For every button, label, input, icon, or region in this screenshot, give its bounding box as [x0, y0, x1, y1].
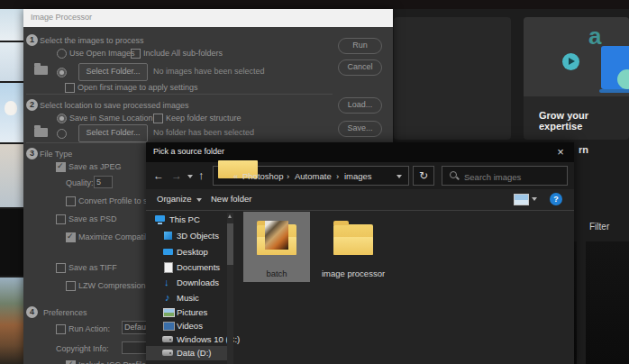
- sidebar-item-entertainment[interactable]: Entertainment (E: [146, 360, 229, 364]
- step2-title: Select location to save processed images: [40, 101, 189, 110]
- sidebar-item-windows-c[interactable]: Windows 10 (C:): [146, 332, 229, 347]
- breadcrumb-separator: ›: [336, 171, 339, 181]
- keep-folder-structure-label[interactable]: Keep folder structure: [166, 114, 242, 123]
- include-icc-label[interactable]: Include ICC Profile: [78, 360, 146, 364]
- downloads-icon: ↓: [164, 277, 169, 287]
- sidebar-item-3d-objects[interactable]: 3D Objects: [146, 229, 229, 243]
- close-icon[interactable]: ×: [552, 144, 569, 160]
- step4-title: Preferences: [43, 308, 87, 317]
- breadcrumb-prefix: «: [233, 171, 238, 181]
- new-folder-button[interactable]: New folder: [211, 194, 251, 204]
- save-same-location-label[interactable]: Save in Same Location: [69, 114, 153, 123]
- file-picker-dialog: Pick a source folder × ← → ↑ « Photoshop…: [146, 142, 574, 364]
- search-input[interactable]: [462, 167, 563, 187]
- cancel-button[interactable]: Cancel: [338, 59, 382, 76]
- sidebar-item-data-d-selected[interactable]: Data (D:): [146, 346, 229, 360]
- sidebar-item-music[interactable]: ♪ Music: [146, 291, 229, 305]
- select-dest-folder-button[interactable]: Select Folder...: [78, 124, 148, 142]
- pictures-icon: [163, 308, 175, 317]
- organize-chevron-icon[interactable]: [196, 198, 202, 202]
- open-first-image-label[interactable]: Open first image to apply settings: [77, 83, 198, 92]
- forward-icon[interactable]: →: [171, 169, 182, 182]
- view-mode-icon[interactable]: [514, 194, 529, 205]
- run-action-label[interactable]: Run Action:: [68, 324, 110, 333]
- help-icon[interactable]: ?: [550, 193, 562, 205]
- up-icon[interactable]: ↑: [198, 168, 205, 182]
- use-open-images-label[interactable]: Use Open Images: [69, 49, 135, 58]
- picker-nav-bar: ← → ↑ « Photoshop › Automate › images ↻: [146, 162, 574, 189]
- convert-srgb-checkbox[interactable]: [66, 196, 76, 206]
- maximize-compat-checkbox[interactable]: [66, 232, 76, 242]
- folder-tile-batch[interactable]: batch: [243, 212, 310, 282]
- sidebar-item-pictures[interactable]: Pictures: [146, 305, 229, 320]
- save-button[interactable]: Save...: [338, 121, 382, 137]
- include-subfolders-label[interactable]: Include All sub-folders: [143, 49, 223, 58]
- view-mode-chevron-icon[interactable]: [532, 197, 537, 201]
- select-folder-radio[interactable]: [57, 68, 67, 77]
- include-icc-checkbox[interactable]: [66, 360, 76, 364]
- sidebar-scrollbar-thumb[interactable]: [227, 223, 233, 265]
- address-chevron-icon[interactable]: [397, 175, 402, 178]
- breadcrumb-item-automate[interactable]: Automate: [295, 171, 332, 181]
- folder-tile-image-processor[interactable]: image processor: [315, 212, 391, 282]
- select-dest-folder-radio[interactable]: [57, 129, 67, 139]
- step2-number: 2: [26, 99, 38, 111]
- run-button[interactable]: Run: [338, 38, 382, 54]
- image-processor-title-bar: Image Processor: [23, 9, 393, 27]
- recent-thumbnail: [0, 42, 23, 81]
- lzw-checkbox[interactable]: [66, 281, 76, 291]
- save-same-location-radio[interactable]: [57, 114, 67, 123]
- folder-label: image processor: [315, 268, 391, 278]
- use-open-images-radio[interactable]: [57, 49, 67, 59]
- organize-button[interactable]: Organize: [157, 194, 192, 204]
- run-action-checkbox[interactable]: [56, 324, 66, 334]
- add-folder-icon: [34, 66, 48, 75]
- save-jpeg-label[interactable]: Save as JPEG: [68, 162, 122, 171]
- picker-sidebar: This PC 3D Objects Desktop Documents ↓ D…: [146, 211, 233, 364]
- laptop-base-graphic: [599, 89, 629, 93]
- sidebar-item-documents[interactable]: Documents: [146, 260, 229, 275]
- quality-input[interactable]: [94, 176, 113, 188]
- step1-title: Select the images to process: [40, 36, 144, 45]
- step4-number: 4: [26, 306, 38, 318]
- back-icon[interactable]: ←: [153, 169, 164, 182]
- load-button[interactable]: Load...: [338, 97, 382, 114]
- include-subfolders-checkbox[interactable]: [131, 49, 141, 59]
- refresh-icon: ↻: [419, 169, 428, 182]
- letter-a-graphic: a: [588, 23, 601, 50]
- address-bar[interactable]: « Photoshop › Automate › images: [213, 166, 409, 186]
- picker-title-bar: Pick a source folder ×: [146, 142, 574, 162]
- select-source-folder-button[interactable]: Select Folder...: [78, 63, 148, 81]
- refresh-button[interactable]: ↻: [413, 166, 434, 186]
- step3-title: File Type: [40, 150, 72, 159]
- save-psd-checkbox[interactable]: [56, 214, 66, 224]
- sidebar-item-downloads[interactable]: ↓ Downloads: [146, 276, 229, 290]
- save-tiff-label[interactable]: Save as TIFF: [68, 263, 117, 272]
- breadcrumb-item-photoshop[interactable]: Photoshop: [242, 171, 283, 181]
- sidebar-item-this-pc[interactable]: This PC: [146, 213, 229, 227]
- save-tiff-checkbox[interactable]: [56, 263, 66, 273]
- sidebar-item-desktop[interactable]: Desktop: [146, 245, 229, 259]
- step1-number: 1: [26, 34, 38, 46]
- save-psd-label[interactable]: Save as PSD: [68, 214, 117, 223]
- image-processor-folder-icon: [333, 224, 373, 255]
- 3d-objects-icon: [164, 232, 172, 240]
- recent-thumbnail-temple: [0, 278, 23, 364]
- breadcrumb-item-images[interactable]: images: [344, 171, 372, 181]
- sidebar-item-videos[interactable]: Videos: [146, 319, 229, 333]
- learn-heading-fragment: rn: [579, 144, 588, 155]
- scrollbar-up-icon[interactable]: [228, 214, 232, 218]
- home-card: [394, 17, 511, 140]
- app-top-bar: [0, 0, 629, 9]
- filter-label[interactable]: Filter: [589, 222, 609, 232]
- picker-title: Pick a source folder: [153, 147, 224, 156]
- history-chevron-icon[interactable]: [187, 175, 193, 178]
- search-box[interactable]: [442, 166, 568, 186]
- windows-drive-icon: [162, 336, 173, 342]
- recent-thumbnail: [0, 144, 23, 207]
- save-jpeg-checkbox[interactable]: [56, 162, 66, 172]
- documents-icon: [164, 262, 173, 273]
- open-first-image-checkbox[interactable]: [65, 83, 75, 93]
- lzw-label[interactable]: LZW Compression: [78, 281, 146, 290]
- keep-folder-structure-checkbox[interactable]: [153, 114, 163, 123]
